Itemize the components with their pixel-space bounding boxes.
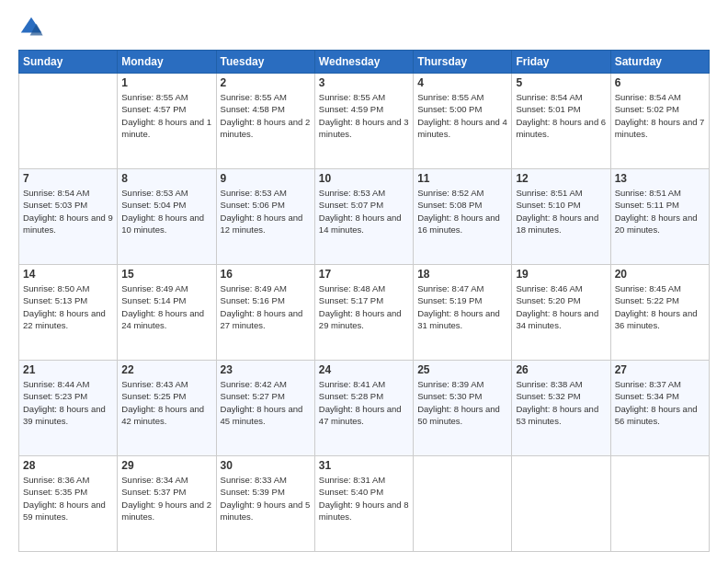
day-number: 2 xyxy=(221,76,311,89)
calendar-cell: 30Sunrise: 8:33 AMSunset: 5:39 PMDayligh… xyxy=(216,456,314,552)
day-info: Sunrise: 8:54 AMSunset: 5:02 PMDaylight:… xyxy=(615,91,705,140)
weekday-header-wednesday: Wednesday xyxy=(314,51,413,74)
calendar-cell: 29Sunrise: 8:34 AMSunset: 5:37 PMDayligh… xyxy=(118,456,216,552)
calendar-cell: 31Sunrise: 8:31 AMSunset: 5:40 PMDayligh… xyxy=(314,456,413,552)
calendar-cell: 10Sunrise: 8:53 AMSunset: 5:07 PMDayligh… xyxy=(314,169,413,265)
calendar-cell xyxy=(512,456,610,552)
day-info: Sunrise: 8:38 AMSunset: 5:32 PMDaylight:… xyxy=(516,378,606,427)
day-info: Sunrise: 8:49 AMSunset: 5:14 PMDaylight:… xyxy=(121,282,211,331)
logo xyxy=(18,15,50,40)
weekday-header-thursday: Thursday xyxy=(414,51,512,74)
day-number: 30 xyxy=(221,459,311,472)
day-info: Sunrise: 8:33 AMSunset: 5:39 PMDaylight:… xyxy=(221,474,311,523)
day-number: 22 xyxy=(121,363,211,376)
calendar-cell: 8Sunrise: 8:53 AMSunset: 5:04 PMDaylight… xyxy=(118,169,216,265)
day-info: Sunrise: 8:51 AMSunset: 5:10 PMDaylight:… xyxy=(516,187,606,236)
calendar-cell: 2Sunrise: 8:55 AMSunset: 4:58 PMDaylight… xyxy=(216,74,314,169)
day-info: Sunrise: 8:55 AMSunset: 5:00 PMDaylight:… xyxy=(417,91,507,140)
calendar-cell: 20Sunrise: 8:45 AMSunset: 5:22 PMDayligh… xyxy=(610,265,709,361)
day-number: 16 xyxy=(221,268,311,281)
day-info: Sunrise: 8:44 AMSunset: 5:23 PMDaylight:… xyxy=(23,378,113,427)
day-number: 11 xyxy=(417,172,507,185)
calendar-week-5: 28Sunrise: 8:36 AMSunset: 5:35 PMDayligh… xyxy=(19,456,710,552)
calendar-cell: 7Sunrise: 8:54 AMSunset: 5:03 PMDaylight… xyxy=(19,169,118,265)
day-info: Sunrise: 8:54 AMSunset: 5:01 PMDaylight:… xyxy=(516,91,606,140)
day-number: 27 xyxy=(615,363,705,376)
weekday-header-friday: Friday xyxy=(512,51,610,74)
day-info: Sunrise: 8:45 AMSunset: 5:22 PMDaylight:… xyxy=(615,282,705,331)
calendar-cell: 13Sunrise: 8:51 AMSunset: 5:11 PMDayligh… xyxy=(610,169,709,265)
calendar-cell xyxy=(610,456,709,552)
day-number: 7 xyxy=(23,172,113,185)
day-info: Sunrise: 8:48 AMSunset: 5:17 PMDaylight:… xyxy=(319,282,409,331)
calendar-cell: 14Sunrise: 8:50 AMSunset: 5:13 PMDayligh… xyxy=(19,265,118,361)
weekday-header-tuesday: Tuesday xyxy=(216,51,314,74)
day-number: 31 xyxy=(319,459,409,472)
calendar-cell: 18Sunrise: 8:47 AMSunset: 5:19 PMDayligh… xyxy=(414,265,512,361)
page: SundayMondayTuesdayWednesdayThursdayFrid… xyxy=(0,0,728,563)
calendar-cell: 15Sunrise: 8:49 AMSunset: 5:14 PMDayligh… xyxy=(118,265,216,361)
calendar-cell: 11Sunrise: 8:52 AMSunset: 5:08 PMDayligh… xyxy=(414,169,512,265)
calendar-cell: 27Sunrise: 8:37 AMSunset: 5:34 PMDayligh… xyxy=(610,361,709,456)
calendar-cell: 5Sunrise: 8:54 AMSunset: 5:01 PMDaylight… xyxy=(512,74,610,169)
day-number: 3 xyxy=(319,76,409,89)
day-info: Sunrise: 8:43 AMSunset: 5:25 PMDaylight:… xyxy=(121,378,211,427)
day-number: 14 xyxy=(23,268,113,281)
calendar-week-3: 14Sunrise: 8:50 AMSunset: 5:13 PMDayligh… xyxy=(19,265,710,361)
day-number: 4 xyxy=(417,76,507,89)
day-info: Sunrise: 8:42 AMSunset: 5:27 PMDaylight:… xyxy=(221,378,311,427)
logo-icon xyxy=(18,15,44,40)
calendar-cell: 25Sunrise: 8:39 AMSunset: 5:30 PMDayligh… xyxy=(414,361,512,456)
day-info: Sunrise: 8:51 AMSunset: 5:11 PMDaylight:… xyxy=(615,187,705,236)
calendar-cell: 26Sunrise: 8:38 AMSunset: 5:32 PMDayligh… xyxy=(512,361,610,456)
day-number: 28 xyxy=(23,459,113,472)
calendar-week-1: 1Sunrise: 8:55 AMSunset: 4:57 PMDaylight… xyxy=(19,74,710,169)
day-number: 24 xyxy=(319,363,409,376)
calendar-cell: 6Sunrise: 8:54 AMSunset: 5:02 PMDaylight… xyxy=(610,74,709,169)
day-number: 9 xyxy=(221,172,311,185)
weekday-header-saturday: Saturday xyxy=(610,51,709,74)
calendar-cell: 4Sunrise: 8:55 AMSunset: 5:00 PMDaylight… xyxy=(414,74,512,169)
day-info: Sunrise: 8:50 AMSunset: 5:13 PMDaylight:… xyxy=(23,282,113,331)
day-number: 6 xyxy=(615,76,705,89)
calendar-cell: 1Sunrise: 8:55 AMSunset: 4:57 PMDaylight… xyxy=(118,74,216,169)
day-number: 12 xyxy=(516,172,606,185)
day-info: Sunrise: 8:53 AMSunset: 5:07 PMDaylight:… xyxy=(319,187,409,236)
day-info: Sunrise: 8:49 AMSunset: 5:16 PMDaylight:… xyxy=(221,282,311,331)
day-number: 19 xyxy=(516,268,606,281)
calendar-cell: 3Sunrise: 8:55 AMSunset: 4:59 PMDaylight… xyxy=(314,74,413,169)
calendar-cell: 16Sunrise: 8:49 AMSunset: 5:16 PMDayligh… xyxy=(216,265,314,361)
day-info: Sunrise: 8:46 AMSunset: 5:20 PMDaylight:… xyxy=(516,282,606,331)
day-info: Sunrise: 8:31 AMSunset: 5:40 PMDaylight:… xyxy=(319,474,409,523)
day-number: 26 xyxy=(516,363,606,376)
calendar-cell xyxy=(414,456,512,552)
day-number: 23 xyxy=(221,363,311,376)
day-info: Sunrise: 8:55 AMSunset: 4:59 PMDaylight:… xyxy=(319,91,409,140)
day-number: 17 xyxy=(319,268,409,281)
day-number: 18 xyxy=(417,268,507,281)
day-number: 8 xyxy=(121,172,211,185)
calendar-cell: 12Sunrise: 8:51 AMSunset: 5:10 PMDayligh… xyxy=(512,169,610,265)
calendar-cell: 24Sunrise: 8:41 AMSunset: 5:28 PMDayligh… xyxy=(314,361,413,456)
header xyxy=(18,15,710,40)
day-number: 15 xyxy=(121,268,211,281)
day-info: Sunrise: 8:41 AMSunset: 5:28 PMDaylight:… xyxy=(319,378,409,427)
day-info: Sunrise: 8:53 AMSunset: 5:06 PMDaylight:… xyxy=(221,187,311,236)
calendar-table: SundayMondayTuesdayWednesdayThursdayFrid… xyxy=(18,50,710,552)
calendar-cell: 19Sunrise: 8:46 AMSunset: 5:20 PMDayligh… xyxy=(512,265,610,361)
calendar-cell: 9Sunrise: 8:53 AMSunset: 5:06 PMDaylight… xyxy=(216,169,314,265)
day-info: Sunrise: 8:55 AMSunset: 4:57 PMDaylight:… xyxy=(121,91,211,140)
calendar-week-4: 21Sunrise: 8:44 AMSunset: 5:23 PMDayligh… xyxy=(19,361,710,456)
weekday-header-row: SundayMondayTuesdayWednesdayThursdayFrid… xyxy=(19,51,710,74)
day-number: 25 xyxy=(417,363,507,376)
calendar-cell: 22Sunrise: 8:43 AMSunset: 5:25 PMDayligh… xyxy=(118,361,216,456)
day-number: 20 xyxy=(615,268,705,281)
day-number: 21 xyxy=(23,363,113,376)
day-info: Sunrise: 8:52 AMSunset: 5:08 PMDaylight:… xyxy=(417,187,507,236)
calendar-cell: 28Sunrise: 8:36 AMSunset: 5:35 PMDayligh… xyxy=(19,456,118,552)
calendar-week-2: 7Sunrise: 8:54 AMSunset: 5:03 PMDaylight… xyxy=(19,169,710,265)
calendar-cell: 21Sunrise: 8:44 AMSunset: 5:23 PMDayligh… xyxy=(19,361,118,456)
day-info: Sunrise: 8:54 AMSunset: 5:03 PMDaylight:… xyxy=(23,187,113,236)
day-info: Sunrise: 8:53 AMSunset: 5:04 PMDaylight:… xyxy=(121,187,211,236)
day-number: 29 xyxy=(121,459,211,472)
